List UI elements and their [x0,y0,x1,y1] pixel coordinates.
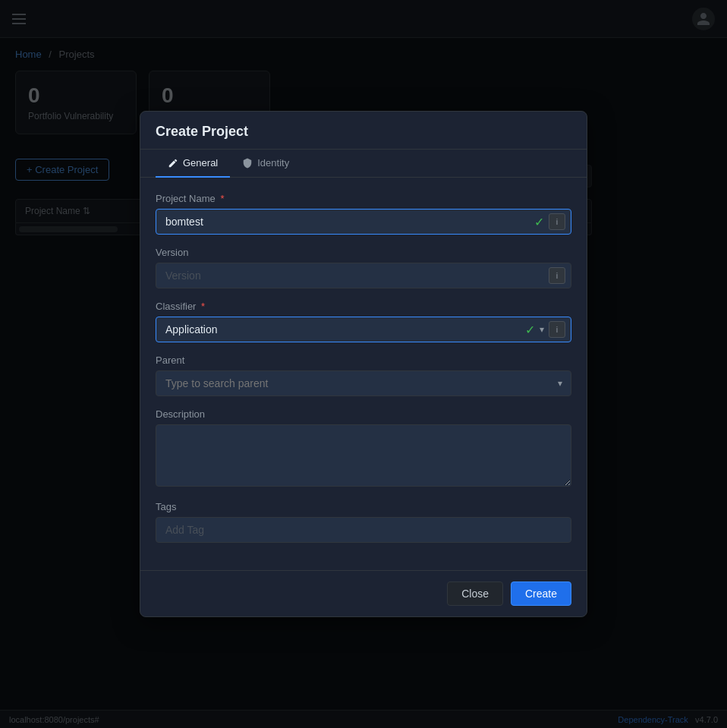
tab-identity-label: Identity [257,157,289,169]
description-textarea[interactable] [156,424,571,487]
form-group-parent: Parent ▾ [156,355,571,396]
tab-general-label: General [183,157,218,169]
form-group-tags: Tags [156,501,571,543]
project-name-input[interactable] [156,209,571,235]
modal-body: Project Name * ✓ i Version i [140,178,587,570]
create-button[interactable]: Create [511,581,571,606]
parent-select-wrapper: ▾ [156,370,571,396]
parent-search-input[interactable] [156,370,571,396]
modal-header: Create Project [140,112,587,150]
form-group-description: Description [156,408,571,489]
form-group-classifier: Classifier * Application Library Framewo… [156,301,571,342]
valid-check-icon: ✓ [534,215,544,229]
modal-footer: Close Create [140,570,587,616]
form-group-project-name: Project Name * ✓ i [156,193,571,235]
classifier-info-button[interactable]: i [549,321,565,338]
tab-general[interactable]: General [156,150,230,178]
tags-input[interactable] [156,517,571,543]
classifier-required: * [201,301,205,312]
project-name-info-button[interactable]: i [549,213,565,230]
modal-tabs: General Identity [140,150,587,178]
classifier-select[interactable]: Application Library Framework Container … [156,317,571,342]
required-indicator: * [220,193,224,204]
project-name-wrapper: ✓ i [156,209,571,235]
parent-label: Parent [156,355,571,366]
tab-identity[interactable]: Identity [230,150,301,178]
classifier-select-wrapper: Application Library Framework Container … [156,317,571,342]
close-button[interactable]: Close [447,581,503,606]
version-wrapper: i [156,263,571,288]
form-group-version: Version i [156,247,571,288]
description-label: Description [156,408,571,420]
tags-label: Tags [156,501,571,512]
version-icons: i [549,267,565,284]
version-label: Version [156,247,571,258]
modal-overlay: Create Project General Identity [0,0,727,728]
create-project-modal: Create Project General Identity [140,111,587,617]
project-name-label: Project Name * [156,193,571,204]
modal-title: Create Project [156,124,571,140]
classifier-label: Classifier * [156,301,571,312]
version-input[interactable] [156,263,571,288]
version-info-button[interactable]: i [549,267,565,284]
project-name-icons: ✓ i [534,213,565,230]
